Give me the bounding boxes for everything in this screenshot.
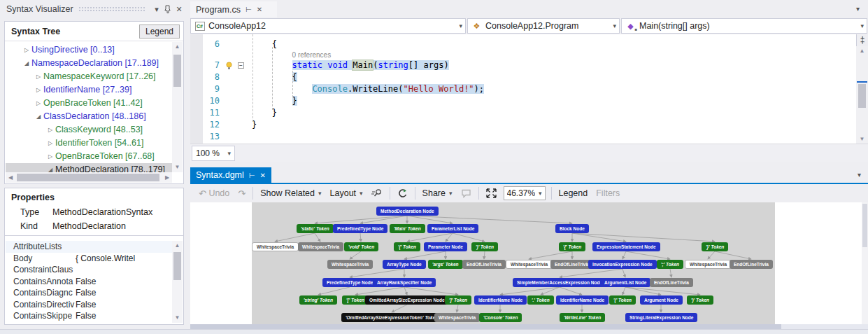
- code-editor[interactable]: 6{0 references7−static void Main(string[…: [190, 34, 856, 144]
- graph-horizontal-scrollbar[interactable]: [190, 324, 868, 329]
- tree-item[interactable]: ▷NamespaceKeyword [17..26]: [6, 70, 172, 83]
- undo-button[interactable]: ↶ Undo: [194, 186, 234, 201]
- tree-item[interactable]: ▷IdentifierToken [54..61]: [6, 137, 172, 150]
- code-line[interactable]: 12}: [190, 119, 856, 131]
- layout-dropdown[interactable]: Layout▾: [326, 186, 367, 201]
- graph-node[interactable]: '{' Token: [559, 242, 585, 251]
- property-row[interactable]: ContainsDiagncFalse: [6, 287, 172, 299]
- tab-syntax-dgml[interactable]: Syntax.dgml ⊢ ✕: [190, 167, 271, 183]
- graph-node[interactable]: EndOfLineTrivia: [550, 260, 594, 269]
- show-related-dropdown[interactable]: Show Related▾: [256, 186, 325, 201]
- expanded-triangle-icon[interactable]: ◢: [34, 110, 43, 123]
- scroll-up-arrow-icon[interactable]: ▲: [172, 42, 183, 52]
- pin-icon[interactable]: ⊢: [246, 6, 252, 13]
- dgml-graph-canvas[interactable]: MethodDeclaration Node'static' TokenPred…: [190, 202, 862, 324]
- collapsed-triangle-icon[interactable]: ▷: [34, 83, 43, 97]
- panel-title-bar[interactable]: Syntax Visualizer ▾ ✕: [0, 0, 189, 18]
- graph-node[interactable]: EndOfLineTrivia: [730, 260, 773, 269]
- graph-zoom-dropdown[interactable]: 46.37%▾: [504, 186, 546, 200]
- graph-node[interactable]: WhitespaceTrivia: [327, 260, 373, 269]
- graph-node[interactable]: WhitespaceTrivia: [506, 260, 553, 269]
- graph-node[interactable]: 'Main' Token: [390, 224, 425, 233]
- expanded-triangle-icon[interactable]: ◢: [45, 163, 55, 172]
- tab-program-cs[interactable]: Program.cs ⊢ ✕: [190, 1, 277, 18]
- scrollbar-thumb[interactable]: [173, 55, 181, 87]
- drag-grip-texture[interactable]: [78, 6, 146, 12]
- graph-node[interactable]: 'OmittedArraySizeExpressionToken' Token: [341, 313, 442, 322]
- member-dropdown[interactable]: ◆■ Main(string[] args) ▾: [621, 18, 867, 34]
- graph-node[interactable]: 'void' Token: [344, 242, 378, 251]
- graph-node[interactable]: ArrayRankSpecifier Node: [373, 278, 436, 287]
- graph-node[interactable]: WhitespaceTrivia: [434, 313, 480, 322]
- graph-node[interactable]: EndOfLineTrivia: [650, 278, 693, 287]
- graph-node[interactable]: ';' Token: [657, 260, 683, 269]
- close-icon[interactable]: ✕: [173, 4, 185, 15]
- share-dropdown[interactable]: Share▾: [418, 186, 457, 201]
- type-dropdown[interactable]: ❖ ConsoleApp12.Program ▾: [467, 18, 620, 34]
- graph-node[interactable]: InvocationExpression Node: [588, 260, 657, 269]
- graph-node[interactable]: '}' Token: [702, 242, 728, 251]
- lightbulb-icon[interactable]: [225, 62, 233, 69]
- editor-split-handle[interactable]: ‡: [856, 34, 868, 46]
- tree-horizontal-scrollbar[interactable]: ◀ ▶: [6, 172, 172, 183]
- graph-node[interactable]: ')' Token: [687, 295, 713, 305]
- graph-node[interactable]: 'Console' Token: [479, 313, 522, 322]
- collapsed-triangle-icon[interactable]: ▷: [45, 123, 55, 137]
- scroll-up-arrow-icon[interactable]: ▲: [172, 241, 183, 251]
- scroll-down-arrow-icon[interactable]: ▼: [172, 162, 183, 172]
- collapsed-triangle-icon[interactable]: ▷: [34, 70, 43, 83]
- scroll-down-arrow-icon[interactable]: ▼: [856, 136, 868, 142]
- graph-node[interactable]: ExpressionStatement Node: [592, 242, 660, 251]
- scrollbar-thumb[interactable]: [190, 324, 781, 329]
- zoom-to-fit-button[interactable]: [482, 186, 501, 201]
- collapsed-triangle-icon[interactable]: ▷: [22, 43, 31, 57]
- graph-node[interactable]: WhitespaceTrivia: [685, 260, 732, 269]
- graph-node[interactable]: Parameter Node: [424, 242, 467, 251]
- scrollbar-thumb[interactable]: [173, 252, 181, 280]
- properties-vertical-scrollbar[interactable]: ▲ ▼: [172, 241, 183, 323]
- code-line[interactable]: 7−static void Main(string[] args): [190, 60, 856, 71]
- property-row[interactable]: ConstraintClaus: [6, 264, 172, 276]
- graph-node[interactable]: '(' Token: [609, 295, 636, 305]
- browse-mode-button[interactable]: [367, 186, 387, 201]
- tree-item[interactable]: ▷IdentifierName [27..39]: [6, 83, 172, 97]
- graph-node[interactable]: StringLiteralExpression Node: [625, 313, 697, 322]
- graph-node[interactable]: ArgumentList Node: [600, 278, 650, 287]
- scrollbar-thumb[interactable]: [862, 204, 867, 247]
- graph-node[interactable]: ']' Token: [445, 295, 471, 305]
- legend-toggle-button[interactable]: Legend: [555, 186, 592, 201]
- graph-node[interactable]: SimpleMemberAccessExpression Node: [513, 278, 606, 287]
- graph-node[interactable]: ')' Token: [471, 242, 498, 251]
- window-position-dropdown-icon[interactable]: ▾: [151, 4, 162, 15]
- graph-node[interactable]: 'static' Token: [297, 224, 334, 233]
- document-list-dropdown-icon[interactable]: ▾: [858, 171, 861, 179]
- tree-vertical-scrollbar[interactable]: ▲ ▼: [172, 42, 183, 172]
- graph-node[interactable]: OmittedArraySizeExpression Node: [365, 295, 449, 305]
- graph-vertical-scrollbar[interactable]: [862, 202, 868, 324]
- tree-item[interactable]: ▷OpenBraceToken [41..42]: [6, 97, 172, 110]
- scroll-right-arrow-icon[interactable]: ▶: [162, 172, 172, 183]
- scroll-down-arrow-icon[interactable]: ▼: [172, 313, 183, 323]
- graph-node[interactable]: EndOfLineTrivia: [462, 260, 506, 269]
- code-line[interactable]: 6{: [190, 39, 856, 50]
- code-line[interactable]: 10}: [190, 95, 856, 107]
- property-row[interactable]: ContainsAnnotaFalse: [6, 276, 172, 288]
- tree-item[interactable]: ▷OpenBraceToken [67..68]: [6, 150, 172, 163]
- pin-icon[interactable]: [162, 4, 173, 15]
- graph-node[interactable]: 'WriteLine' Token: [560, 313, 605, 322]
- graph-node[interactable]: Argument Node: [640, 295, 683, 305]
- scrollbar-thumb[interactable]: [17, 174, 159, 181]
- legend-button[interactable]: Legend: [139, 25, 180, 39]
- graph-node[interactable]: WhitespaceTrivia: [252, 242, 299, 251]
- tree-item[interactable]: ◢ClassDeclaration [48..186]: [6, 110, 172, 123]
- tree-item[interactable]: ▷ClassKeyword [48..53]: [6, 123, 172, 137]
- editor-vertical-scrollbar[interactable]: ▲ ▼: [856, 46, 868, 144]
- graph-node[interactable]: WhitespaceTrivia: [298, 242, 343, 251]
- graph-node[interactable]: PredefinedType Node: [333, 224, 387, 233]
- tree-item[interactable]: ▷UsingDirective [0..13]: [6, 43, 172, 57]
- comment-button[interactable]: [457, 186, 476, 201]
- graph-node[interactable]: ArrayType Node: [383, 260, 426, 269]
- scroll-up-arrow-icon[interactable]: ▲: [856, 48, 868, 54]
- property-row[interactable]: AttributeLists: [6, 241, 172, 253]
- graph-node[interactable]: IdentifierName Node: [556, 295, 609, 305]
